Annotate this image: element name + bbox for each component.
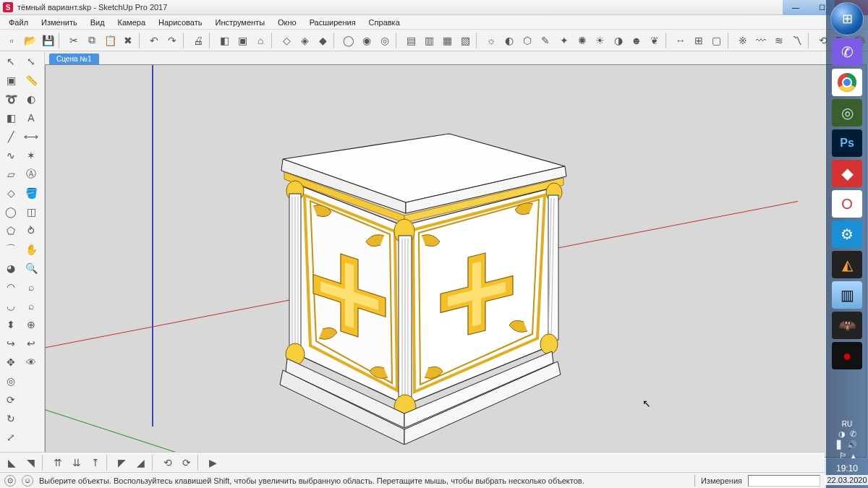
sel-group3-icon[interactable]: ◆ <box>314 31 331 49</box>
pan-icon[interactable]: ✋ <box>22 241 41 258</box>
style3-icon[interactable]: ⬡ <box>519 31 536 49</box>
rectangle-icon[interactable]: ▱ <box>1 166 20 183</box>
paste-icon[interactable]: 📋 <box>101 31 119 49</box>
tray-volume-icon[interactable]: 🔊 <box>847 440 857 450</box>
text-icon[interactable]: A <box>22 109 41 127</box>
taskbar-app-notes[interactable]: ▥ <box>832 281 862 309</box>
axes-icon[interactable]: ✶ <box>22 147 41 164</box>
start-button[interactable]: ⊞ <box>830 2 864 35</box>
taskbar-app-aimp[interactable]: ◭ <box>832 251 862 278</box>
model-pedestal[interactable] <box>254 116 587 445</box>
scene-tab-1[interactable]: Сцена №1 <box>49 53 99 64</box>
taskbar-app-sketchup[interactable]: ◆ <box>832 160 862 187</box>
eraser-icon[interactable]: ◧ <box>1 109 20 127</box>
brush-icon[interactable]: ✎ <box>537 31 554 49</box>
lt-6-icon[interactable]: ◤ <box>113 453 131 471</box>
section-icon[interactable]: ◫ <box>22 203 41 221</box>
lasso-icon[interactable]: ➰ <box>1 90 20 108</box>
tape-icon[interactable]: 📏 <box>22 72 41 89</box>
lt-2-icon[interactable]: ◥ <box>22 453 40 471</box>
menu-изменить[interactable]: Изменить <box>35 17 83 28</box>
line-icon[interactable]: ╱ <box>1 128 20 145</box>
scale-icon[interactable]: ⤢ <box>1 429 20 446</box>
taskbar-app-chrome[interactable] <box>832 69 862 96</box>
light-icon[interactable]: ✺ <box>574 31 591 49</box>
cut-icon[interactable]: ✂ <box>65 31 82 49</box>
taskbar-app-record[interactable]: ● <box>832 342 862 369</box>
sel-group2-icon[interactable]: ◈ <box>296 31 313 49</box>
dim-tool-icon[interactable]: ⟷ <box>22 128 41 145</box>
shadow-icon[interactable]: ◑ <box>610 31 627 49</box>
taskbar-app-3[interactable]: ◎ <box>832 99 862 127</box>
wand-icon[interactable]: ✦ <box>555 31 572 49</box>
tray-date[interactable]: 22.03.2020 <box>825 475 868 485</box>
menu-справка[interactable]: Справка <box>363 17 406 28</box>
menu-файл[interactable]: Файл <box>3 17 34 28</box>
move-icon[interactable]: ✥ <box>1 354 20 371</box>
scale2-icon[interactable]: ⤡ <box>22 53 41 70</box>
plugin2-icon[interactable]: 〰 <box>752 31 770 49</box>
undo-icon[interactable]: ↶ <box>145 31 163 49</box>
model-house-icon[interactable]: ⌂ <box>252 31 269 49</box>
minimize-button[interactable]: — <box>783 0 809 15</box>
style1-icon[interactable]: ☼ <box>482 31 500 49</box>
tray-flag-icon[interactable]: 🏳 <box>839 451 847 461</box>
freehand-icon[interactable]: ∿ <box>1 147 20 164</box>
zoom-win-icon[interactable]: ⌕ <box>22 278 41 296</box>
orbit-icon[interactable]: ⥁ <box>22 222 41 239</box>
lt-10-icon[interactable]: ▶ <box>204 453 222 471</box>
lt-3-icon[interactable]: ⇈ <box>48 453 67 471</box>
follow-me-icon[interactable]: ↪ <box>1 335 20 352</box>
grid-icon[interactable]: ⊞ <box>690 31 707 49</box>
window3-icon[interactable]: ▦ <box>438 31 456 49</box>
taskbar-app-viber[interactable]: ✆ <box>832 38 862 66</box>
menu-вид[interactable]: Вид <box>85 17 111 28</box>
circle-tool-icon[interactable]: ◯ <box>1 203 20 221</box>
tray-up-icon[interactable]: ▴ <box>851 451 856 461</box>
arc2-icon[interactable]: ◠ <box>1 278 20 296</box>
print-icon[interactable]: 🖨 <box>190 31 207 49</box>
paint-bucket-icon[interactable]: 🪣 <box>22 184 41 202</box>
status-geoloc-icon[interactable]: ⊙ <box>4 475 16 487</box>
menu-нарисовать[interactable]: Нарисовать <box>153 17 208 28</box>
prev-icon[interactable]: ↩ <box>22 335 41 352</box>
arc-icon[interactable]: ⌒ <box>1 241 20 258</box>
rotated-rect-icon[interactable]: ◇ <box>1 184 20 202</box>
zoom-icon[interactable]: 🔍 <box>22 260 41 277</box>
dim-icon[interactable]: ↔ <box>672 31 689 49</box>
circle3-icon[interactable]: ◎ <box>376 31 393 49</box>
arc3-icon[interactable]: ◡ <box>1 297 20 314</box>
protractor-icon[interactable]: ◐ <box>22 90 41 108</box>
lt-9-icon[interactable]: ⟳ <box>177 453 195 471</box>
tray-icon-2[interactable]: ✆ <box>850 429 856 439</box>
lt-1-icon[interactable]: ◣ <box>3 453 21 471</box>
copy-icon[interactable]: ⧉ <box>83 31 101 49</box>
measurements-input[interactable] <box>748 475 820 487</box>
circle1-icon[interactable]: ◯ <box>340 31 357 49</box>
window-icon[interactable]: ▤ <box>402 31 420 49</box>
3d-viewport[interactable]: ↖ <box>45 64 867 458</box>
circle2-icon[interactable]: ◉ <box>358 31 375 49</box>
style2-icon[interactable]: ◐ <box>501 31 518 49</box>
tray-icon-1[interactable]: ◑ <box>838 429 846 439</box>
tray-network-icon[interactable]: ▋ <box>837 440 843 450</box>
model-cube-icon[interactable]: ◧ <box>216 31 233 49</box>
component-icon[interactable]: ▣ <box>234 31 251 49</box>
redo-icon[interactable]: ↷ <box>163 31 181 49</box>
window2-icon[interactable]: ▥ <box>420 31 438 49</box>
menu-окно[interactable]: Окно <box>272 17 302 28</box>
pie-icon[interactable]: ◕ <box>1 260 20 277</box>
position-icon[interactable]: ⊕ <box>22 316 41 333</box>
rotate-icon[interactable]: ⟳ <box>1 391 20 408</box>
taskbar-app-bat[interactable]: 🦇 <box>832 312 862 339</box>
tray-clock[interactable]: 19:10 <box>825 463 868 474</box>
lt-8-icon[interactable]: ⟲ <box>158 453 176 471</box>
sel-group1-icon[interactable]: ◇ <box>278 31 295 49</box>
face-icon[interactable]: ☻ <box>628 31 645 49</box>
lt-7-icon[interactable]: ◢ <box>132 453 150 471</box>
box-icon[interactable]: ▢ <box>708 31 726 49</box>
taskbar-app-opera[interactable]: O <box>832 190 862 218</box>
plugin4-icon[interactable]: 〽 <box>788 31 806 49</box>
new-icon[interactable]: ▫ <box>3 31 20 49</box>
offset-icon[interactable]: ◎ <box>1 372 20 390</box>
